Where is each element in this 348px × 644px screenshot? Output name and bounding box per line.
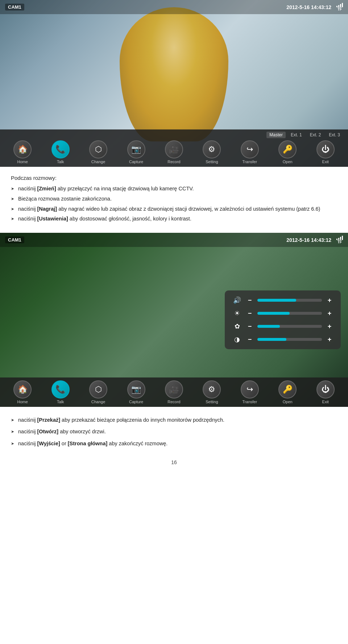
cam-tab-master-1[interactable]: Master (266, 132, 286, 138)
talk-label-1: Talk (57, 160, 64, 164)
brightness-icon: ☀ (232, 309, 242, 317)
text-heading-1: Podczas rozmowy: (11, 175, 337, 181)
change-label-1: Change (91, 160, 105, 164)
text-item-1-4: naciśnij [Ustawienia] aby dostosować gło… (11, 214, 337, 224)
change-button-2[interactable]: ⬡ Change (89, 380, 107, 404)
camera-panel-1: CAM1 2012-5-16 14:43:12 TF Master Ext. 1… (0, 0, 348, 167)
tf-badge-1: TF (336, 3, 343, 11)
open-button-1[interactable]: 🔑 Open (278, 140, 297, 164)
volume-row: 🔊 − + (232, 296, 334, 304)
tf-label-1: TF (337, 7, 342, 11)
open-button-2[interactable]: 🔑 Open (278, 380, 297, 404)
open-label-1: Open (283, 160, 293, 164)
transfer-button-2[interactable]: ↪ Transfer (241, 380, 259, 404)
talk-icon-1: 📞 (51, 140, 70, 158)
cam-label-2: CAM1 (5, 236, 24, 243)
contrast-row: ◑ − + (232, 335, 334, 343)
contrast-fill (257, 338, 286, 341)
record-button-2[interactable]: 🎥 Record (165, 380, 183, 404)
change-icon-1: ⬡ (89, 140, 107, 158)
cam-bottom-bar-1: Master Ext. 1 Ext. 2 Ext. 3 🏠 Home 📞 Tal… (0, 129, 348, 167)
exit-button-1[interactable]: ⏻ Exit (316, 140, 335, 164)
exit-label-2: Exit (322, 400, 329, 404)
talk-label-2: Talk (57, 400, 64, 404)
page-number: 16 (0, 455, 348, 472)
brightness-plus[interactable]: + (326, 310, 334, 317)
setting-icon-2: ⚙ (203, 380, 221, 399)
cam-buttons-2: 🏠 Home 📞 Talk ⬡ Change 📷 Capture 🎥 Recor… (0, 380, 348, 404)
cam-top-bar-1: CAM1 2012-5-16 14:43:12 TF (0, 0, 348, 14)
transfer-label-1: Transfer (243, 160, 257, 164)
home-icon-1: 🏠 (13, 140, 32, 158)
open-icon-1: 🔑 (278, 140, 297, 158)
capture-icon-2: 📷 (127, 380, 145, 399)
volume-minus[interactable]: − (246, 297, 254, 304)
volume-slider[interactable] (257, 299, 322, 302)
color-minus[interactable]: − (246, 323, 254, 330)
tf-badge-2: TF (336, 236, 343, 244)
volume-plus[interactable]: + (326, 297, 334, 304)
record-label-1: Record (167, 160, 180, 164)
text-section-2: naciśnij [Przekaż] aby przekazać bieżące… (0, 407, 348, 455)
cam-top-bar-2: CAM1 2012-5-16 14:43:12 TF (0, 233, 348, 247)
contrast-slider[interactable] (257, 338, 322, 341)
exit-label-1: Exit (322, 160, 329, 164)
open-label-2: Open (283, 400, 293, 404)
capture-button-2[interactable]: 📷 Capture (127, 380, 145, 404)
cam-tab-ext3-1[interactable]: Ext. 3 (326, 132, 343, 138)
cam-tabs-1: Master Ext. 1 Ext. 2 Ext. 3 (0, 132, 348, 140)
capture-icon-1: 📷 (127, 140, 145, 158)
transfer-icon-2: ↪ (241, 380, 259, 399)
capture-button-1[interactable]: 📷 Capture (127, 140, 145, 164)
record-icon-2: 🎥 (165, 380, 183, 399)
talk-button-2[interactable]: 📞 Talk (51, 380, 70, 404)
settings-panel: 🔊 − + ☀ − + ✿ − + ◑ − (225, 290, 341, 349)
text-item-2-3: naciśnij [Wyjście] or [Strona główna] ab… (11, 438, 337, 449)
change-label-2: Change (91, 400, 105, 404)
transfer-button-1[interactable]: ↪ Transfer (241, 140, 259, 164)
text-section-1: Podczas rozmowy: naciśnij [Zmień] aby pr… (0, 167, 348, 228)
cam-datetime-1: 2012-5-16 14:43:12 (286, 4, 331, 10)
setting-button-1[interactable]: ⚙ Setting (203, 140, 221, 164)
capture-label-1: Capture (129, 160, 143, 164)
home-label-2: Home (17, 400, 28, 404)
text-item-1-1: naciśnij [Zmień] aby przełączyć na inną … (11, 184, 337, 194)
setting-label-1: Setting (206, 160, 218, 164)
cam-buttons-1: 🏠 Home 📞 Talk ⬡ Change 📷 Capture 🎥 Recor… (0, 140, 348, 164)
transfer-icon-1: ↪ (241, 140, 259, 158)
text-item-1-2: Bieżąca rozmowa zostanie zakończona. (11, 194, 337, 204)
exit-icon-2: ⏻ (316, 380, 335, 399)
capture-label-2: Capture (129, 400, 143, 404)
volume-fill (257, 299, 296, 302)
cam-tab-ext2-1[interactable]: Ext. 2 (307, 132, 324, 138)
color-plus[interactable]: + (326, 323, 334, 330)
color-slider[interactable] (257, 325, 322, 328)
home-button-1[interactable]: 🏠 Home (13, 140, 32, 164)
contrast-icon: ◑ (232, 335, 242, 343)
open-icon-2: 🔑 (278, 380, 297, 399)
cam-tab-ext1-1[interactable]: Ext. 1 (288, 132, 305, 138)
contrast-minus[interactable]: − (246, 336, 254, 343)
color-icon: ✿ (232, 322, 242, 330)
record-button-1[interactable]: 🎥 Record (165, 140, 183, 164)
change-button-1[interactable]: ⬡ Change (89, 140, 107, 164)
text-list-1: naciśnij [Zmień] aby przełączyć na inną … (11, 184, 337, 224)
setting-label-2: Setting (206, 400, 218, 404)
home-button-2[interactable]: 🏠 Home (13, 380, 32, 404)
person-figure-1 (120, 7, 228, 141)
brightness-slider[interactable] (257, 312, 322, 315)
tf-label-2: TF (337, 240, 342, 244)
change-icon-2: ⬡ (89, 380, 107, 399)
brightness-minus[interactable]: − (246, 310, 254, 317)
talk-icon-2: 📞 (51, 380, 70, 399)
brightness-fill (257, 312, 290, 315)
contrast-plus[interactable]: + (326, 336, 334, 343)
setting-button-2[interactable]: ⚙ Setting (203, 380, 221, 404)
home-icon-2: 🏠 (13, 380, 32, 399)
record-label-2: Record (167, 400, 180, 404)
exit-button-2[interactable]: ⏻ Exit (316, 380, 335, 404)
talk-button-1[interactable]: 📞 Talk (51, 140, 70, 164)
camera-panel-2: CAM1 2012-5-16 14:43:12 TF 🔊 − + ☀ − (0, 233, 348, 407)
text-item-1-3: naciśnij [Nagraj] aby nagrać wideo lub z… (11, 204, 337, 214)
color-fill (257, 325, 280, 328)
